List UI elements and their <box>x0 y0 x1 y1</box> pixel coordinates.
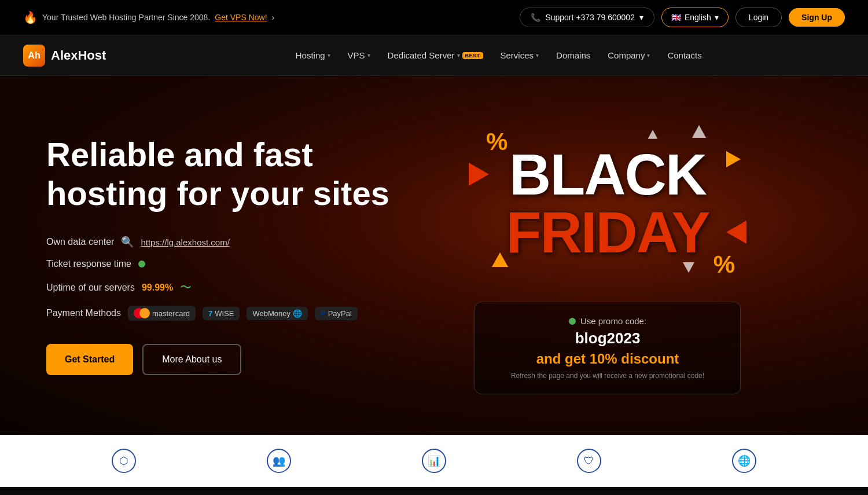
chevron-down-icon: ▾ <box>715 13 719 22</box>
hero-stats: Own data center 🔍 https://lg.alexhost.co… <box>46 236 393 321</box>
arrow-icon: › <box>272 13 275 22</box>
bottom-icon-server: ⬡ <box>112 449 136 473</box>
wise-logo: 7WISE <box>203 307 240 320</box>
fire-icon: 🔥 <box>23 10 38 24</box>
bottom-icon-globe: 🌐 <box>732 449 756 473</box>
promo-section: Use promo code: blog2023 and get 10% dis… <box>475 302 741 394</box>
nav-links: Hosting ▾ VPS ▾ Dedicated Server ▾ BEST … <box>152 50 845 60</box>
nav-company-label: Company <box>608 50 645 60</box>
decoration-triangle <box>648 130 658 138</box>
get-vps-link[interactable]: Get VPS Now! <box>215 13 267 22</box>
chevron-down-icon: ▾ <box>639 13 643 22</box>
logo[interactable]: Ah AlexHost <box>23 45 106 67</box>
signup-button[interactable]: Sign Up <box>789 8 845 27</box>
users-icon: 👥 <box>267 449 291 473</box>
decoration-triangle <box>726 151 741 167</box>
login-button[interactable]: Login <box>735 8 782 27</box>
nav-item-company[interactable]: Company ▾ <box>608 50 650 60</box>
nav-item-contacts[interactable]: Contacts <box>667 50 701 60</box>
stat-payments-label: Payment Methods <box>46 308 121 318</box>
stat-payments: Payment Methods mastercard 7WISE WebMone… <box>46 306 393 321</box>
promo-discount: and get 10% discount <box>498 351 717 367</box>
bf-black-label: BLACK <box>506 145 709 203</box>
nav-item-domains[interactable]: Domains <box>556 50 590 60</box>
hero-title-line1: Reliable and fast <box>46 135 313 173</box>
webmoney-icon: 🌐 <box>293 309 302 318</box>
support-label: Support +373 79 600002 <box>545 13 635 22</box>
stat-datacenter: Own data center 🔍 https://lg.alexhost.co… <box>46 236 393 248</box>
percent-top: % <box>486 128 507 156</box>
bottom-icon-chart: 📊 <box>422 449 446 473</box>
hero-buttons: Get Started More About us <box>46 344 393 375</box>
server-icon: ⬡ <box>112 449 136 473</box>
nav-item-services[interactable]: Services ▾ <box>501 50 539 60</box>
promo-use-label: Use promo code: <box>580 316 646 326</box>
chevron-down-icon: ▾ <box>367 52 370 58</box>
globe-icon: 🌐 <box>732 449 756 473</box>
get-started-button[interactable]: Get Started <box>46 344 133 375</box>
decoration-triangle <box>726 221 746 244</box>
mastercard-icon <box>134 308 150 318</box>
paypal-logo: PPayPal <box>315 307 358 320</box>
decoration-triangle <box>469 163 489 186</box>
pulse-icon: 〜 <box>180 280 192 295</box>
nav-services-label: Services <box>501 50 534 60</box>
hero-section: Reliable and fast hosting for your sites… <box>0 76 868 435</box>
nav-vps-label: VPS <box>348 50 365 60</box>
bottom-icon-users: 👥 <box>267 449 291 473</box>
top-bar: 🔥 Your Trusted Web Hosting Partner Since… <box>0 0 868 35</box>
stat-ticket-label: Ticket response time <box>46 259 131 269</box>
stat-datacenter-label: Own data center <box>46 237 114 247</box>
promo-refresh: Refresh the page and you will receive a … <box>498 372 717 380</box>
bf-friday-label: FRIDAY <box>506 203 709 261</box>
bottom-icon-shield: 🛡 <box>577 449 601 473</box>
chart-icon: 📊 <box>422 449 446 473</box>
datacenter-link[interactable]: https://lg.alexhost.com/ <box>141 237 229 247</box>
stat-ticket: Ticket response time <box>46 259 393 269</box>
black-friday-banner: % BLACK FRIDAY % <box>463 116 752 290</box>
stat-uptime: Uptime of our servers 99.99% 〜 <box>46 280 393 295</box>
wise-icon: 7 <box>208 309 212 318</box>
nav-contacts-label: Contacts <box>667 50 701 60</box>
support-button[interactable]: 📞 Support +373 79 600002 ▾ <box>520 8 654 27</box>
logo-icon: Ah <box>23 45 45 67</box>
nav-item-vps[interactable]: VPS ▾ <box>348 50 370 60</box>
green-dot-icon <box>569 318 576 325</box>
percent-bottom: % <box>713 251 735 278</box>
nav-hosting-label: Hosting <box>296 50 325 60</box>
hero-visual: % BLACK FRIDAY % Use promo code: blog202… <box>393 116 822 394</box>
promo-message: 🔥 Your Trusted Web Hosting Partner Since… <box>23 10 274 24</box>
hero-content: Reliable and fast hosting for your sites… <box>46 135 393 375</box>
chevron-down-icon: ▾ <box>647 52 650 58</box>
chevron-down-icon: ▾ <box>328 52 330 58</box>
promo-use-row: Use promo code: <box>498 316 717 326</box>
nav-dedicated-label: Dedicated Server <box>388 50 455 60</box>
brand-name: AlexHost <box>51 48 106 63</box>
promo-code: blog2023 <box>498 329 717 347</box>
hero-title: Reliable and fast hosting for your sites <box>46 135 393 212</box>
main-nav: Ah AlexHost Hosting ▾ VPS ▾ Dedicated Se… <box>0 35 868 76</box>
more-about-button[interactable]: More About us <box>142 344 241 375</box>
uptime-value: 99.99% <box>142 283 173 293</box>
top-bar-actions: 📞 Support +373 79 600002 ▾ 🇬🇧 English ▾ … <box>520 8 845 27</box>
stat-uptime-label: Uptime of our servers <box>46 283 135 293</box>
shield-icon: 🛡 <box>577 449 601 473</box>
nav-item-dedicated[interactable]: Dedicated Server ▾ BEST <box>388 50 483 60</box>
flag-icon: 🇬🇧 <box>671 13 681 22</box>
hero-title-line2: hosting for your sites <box>46 174 389 212</box>
webmoney-logo: WebMoney 🌐 <box>247 307 308 320</box>
mastercard-logo: mastercard <box>128 306 196 321</box>
nav-domains-label: Domains <box>556 50 590 60</box>
chevron-down-icon: ▾ <box>536 52 539 58</box>
paypal-icon: P <box>321 309 326 318</box>
green-dot-icon <box>138 261 145 267</box>
bottom-icons-bar: ⬡ 👥 📊 🛡 🌐 <box>0 435 868 487</box>
decoration-triangle <box>692 125 706 138</box>
chevron-down-icon: ▾ <box>457 52 460 58</box>
phone-icon: 📞 <box>531 13 540 22</box>
search-icon: 🔍 <box>121 236 134 248</box>
best-badge: BEST <box>462 52 483 59</box>
bf-text: BLACK FRIDAY <box>506 145 709 261</box>
nav-item-hosting[interactable]: Hosting ▾ <box>296 50 330 60</box>
language-button[interactable]: 🇬🇧 English ▾ <box>661 8 729 27</box>
